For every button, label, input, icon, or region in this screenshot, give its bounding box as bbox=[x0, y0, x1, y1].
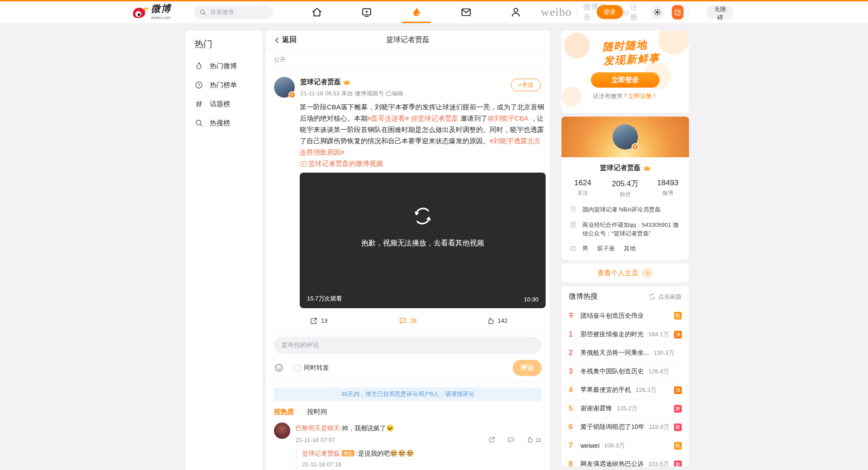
theme-toggle-button[interactable] bbox=[651, 5, 664, 19]
tab-sort-by-hot[interactable]: 按热度 bbox=[274, 408, 294, 416]
commenter-avatar[interactable] bbox=[274, 423, 290, 439]
comment-text: :帅，我都说腻了 bbox=[340, 424, 386, 432]
video-player[interactable]: 抱歉，视频无法播放，去看看其他视频 15.7万次观看 10:30 bbox=[300, 173, 546, 308]
repost-label: 同时转发 bbox=[304, 364, 329, 372]
checkbox[interactable] bbox=[294, 365, 301, 371]
share-button[interactable]: 13 bbox=[274, 317, 363, 325]
follow-button[interactable]: +关注 bbox=[511, 79, 541, 91]
hot-search-badge: 沸 bbox=[674, 386, 682, 394]
stat-following[interactable]: 1624 关注 bbox=[561, 179, 604, 198]
weibo-logo[interactable]: 微博 weibo.com bbox=[132, 4, 187, 20]
nav-hot[interactable] bbox=[392, 1, 441, 23]
post-link[interactable]: @刘晓宇CBA bbox=[487, 114, 528, 122]
comment-sort-tabs: 按热度 按时间 bbox=[266, 401, 550, 418]
doge-emoji bbox=[390, 450, 397, 457]
accessibility-button[interactable]: 无障碍 bbox=[707, 5, 733, 19]
sidebar-item-label: 热门榜单 bbox=[210, 81, 237, 89]
profile-business-row: 商业经纪合作请加qq：543305901 微信公众号：“篮球记者贾磊” bbox=[570, 221, 681, 238]
hot-sidebar: 热门 热门微博 热门榜单 话题榜 热搜榜 bbox=[185, 31, 262, 470]
reply-emojis bbox=[390, 450, 414, 457]
comment-count: 28 bbox=[410, 317, 416, 324]
hot-search-item[interactable]: 3冬残奥中国队创造历史126.4万 bbox=[569, 362, 682, 381]
refresh-hot-search-button[interactable]: 点击刷新 bbox=[649, 293, 682, 301]
repost-checkbox[interactable]: 同时转发 bbox=[294, 364, 329, 372]
submit-comment-button[interactable]: 评论 bbox=[513, 360, 542, 376]
profile-name[interactable]: 篮球记者贾磊 bbox=[600, 164, 641, 172]
clock-icon bbox=[194, 80, 203, 89]
hot-search-item[interactable]: 2美俄航天员将一同乘坐...130.3万 bbox=[569, 343, 682, 362]
nav-home[interactable] bbox=[292, 1, 342, 23]
sidebar-item-hot-search[interactable]: 热搜榜 bbox=[194, 113, 262, 132]
back-button[interactable]: 返回 bbox=[273, 35, 297, 45]
hot-search-item[interactable]: 团结奋斗创造历史伟业热 bbox=[569, 306, 682, 325]
hot-search-count: 118.9万 bbox=[649, 423, 670, 431]
sidebar-item-hot-ranking[interactable]: 热门榜单 bbox=[194, 75, 262, 94]
weibo-eye-icon bbox=[132, 5, 148, 20]
login-button[interactable]: 登录 bbox=[597, 5, 623, 19]
comment-composer: 发布你的评论 同时转发 评论 bbox=[266, 331, 550, 383]
hot-search-count: 126.4万 bbox=[648, 367, 669, 376]
hot-search-item[interactable]: 7weiwei108.3万热 bbox=[569, 436, 682, 455]
like-button[interactable]: 142 bbox=[453, 317, 542, 325]
hot-search-rank: 6 bbox=[569, 423, 580, 431]
sidebar-item-topic-ranking[interactable]: 话题榜 bbox=[194, 94, 262, 113]
commenter-name[interactable]: 巴黎明天是晴天 bbox=[296, 424, 340, 432]
hot-search-item[interactable]: 5谢谢谢霆锋125.2万新 bbox=[569, 399, 682, 418]
video-error-text: 抱歉，视频无法播放，去看看其他视频 bbox=[361, 239, 484, 248]
view-profile-button[interactable]: 查看个人主页 bbox=[561, 263, 689, 282]
profile-zodiac: 双子座 bbox=[597, 244, 615, 253]
logo-domain: weibo.com bbox=[151, 15, 170, 20]
compose-button[interactable] bbox=[672, 5, 684, 19]
search-icon bbox=[194, 118, 203, 127]
back-label: 返回 bbox=[282, 35, 297, 45]
nav-profile[interactable] bbox=[491, 1, 541, 23]
login-now-button[interactable]: 立即登录 bbox=[591, 72, 660, 88]
post-link[interactable]: #磊哥连连看# bbox=[368, 114, 409, 122]
hot-search-rank: 7 bbox=[569, 442, 580, 450]
flame-outline-icon bbox=[194, 61, 203, 70]
comment-like-button[interactable]: 11 bbox=[526, 436, 542, 443]
share-icon bbox=[310, 317, 318, 325]
comment-button[interactable]: 28 bbox=[363, 317, 452, 325]
hot-search-rank: 1 bbox=[569, 330, 580, 338]
register-now-link[interactable]: 立即注册！ bbox=[628, 93, 658, 99]
hot-search-item[interactable]: 4苹果最便宜的手机126.3万沸 bbox=[569, 381, 682, 399]
profile-cover: V bbox=[561, 117, 689, 157]
hot-search-item[interactable]: 8网友偶遇迪丽热巴公诉103.5万新 bbox=[569, 455, 682, 466]
nav-video[interactable] bbox=[342, 1, 392, 23]
profile-avatar[interactable]: V bbox=[613, 124, 638, 150]
sidebar-item-hot-weibo[interactable]: 热门微博 bbox=[194, 56, 262, 75]
comment-like-count: 11 bbox=[536, 437, 542, 443]
comment-share-button[interactable] bbox=[488, 436, 495, 443]
emoji-picker-button[interactable] bbox=[274, 363, 284, 373]
author-avatar[interactable]: V bbox=[274, 77, 295, 98]
stat-value: 205.4万 bbox=[604, 179, 646, 189]
hot-search-label: 那些被疫情偷走的时光 bbox=[580, 330, 644, 338]
author-name[interactable]: 篮球记者贾磊 bbox=[300, 78, 341, 86]
chevron-right-icon bbox=[642, 268, 653, 278]
nav-messages[interactable] bbox=[441, 1, 491, 23]
post: V 篮球记者贾磊 21-11-18 06:53 来自 微博视频号 已编辑 +关注… bbox=[266, 69, 550, 331]
stat-followers[interactable]: 205.4万 粉丝 bbox=[604, 179, 646, 198]
pinned-arrow-icon bbox=[569, 312, 580, 319]
hot-search-label: 美俄航天员将一同乘坐... bbox=[580, 349, 649, 357]
register-hint: 还没有微博？ bbox=[593, 93, 628, 99]
tab-sort-by-time[interactable]: 按时间 bbox=[307, 408, 327, 416]
replier-name[interactable]: 篮球记者贾磊 bbox=[302, 450, 340, 457]
comment-input[interactable]: 发布你的评论 bbox=[274, 337, 542, 354]
stat-posts[interactable]: 18493 微博 bbox=[646, 179, 689, 198]
hot-search-title: 微博热搜 bbox=[569, 292, 598, 301]
comment-reply-button[interactable] bbox=[507, 436, 514, 443]
post-text-run: 邀请到了 bbox=[458, 114, 487, 122]
op-badge: 博主 bbox=[342, 450, 354, 456]
post-link[interactable]: @篮球记者贾磊 bbox=[411, 114, 458, 122]
post-video-link[interactable]: 篮球记者贾磊的微博视频 bbox=[300, 160, 383, 167]
hot-search-item[interactable]: 1那些被疫情偷走的时光164.1万沸 bbox=[569, 325, 682, 343]
video-link-icon bbox=[300, 161, 307, 166]
search-input[interactable]: 搜索微博 bbox=[194, 5, 273, 19]
refresh-icon bbox=[413, 206, 433, 226]
mail-icon bbox=[460, 6, 472, 18]
comment-list: 巴黎明天是晴天:帅，我都说腻了 21-11-18 07:07 bbox=[266, 418, 550, 470]
profile-tags-row: 男 双子座 其他 bbox=[570, 244, 681, 253]
hot-search-item[interactable]: 6黄子韬陆询暗恋了10年118.9万新 bbox=[569, 418, 682, 436]
